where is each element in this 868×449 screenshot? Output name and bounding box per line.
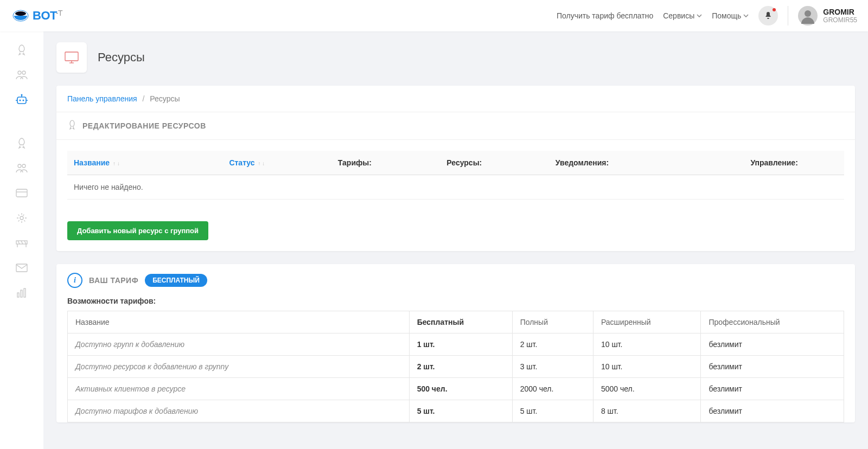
col-status[interactable]: Статус↑ ↓ bbox=[222, 151, 331, 175]
svg-point-3 bbox=[18, 71, 21, 74]
bell-icon bbox=[764, 11, 773, 20]
tariff-full: 2000 чел. bbox=[512, 378, 593, 400]
tariff-full: 2 шт. bbox=[512, 333, 593, 356]
header: BOT-T Получить тариф бесплатно Сервисы П… bbox=[0, 0, 868, 31]
nav-help-label: Помощь bbox=[712, 11, 741, 20]
nav-services[interactable]: Сервисы bbox=[663, 11, 702, 20]
svg-point-12 bbox=[18, 164, 21, 168]
tcol-name: Название bbox=[68, 311, 410, 333]
tariff-card: i ВАШ ТАРИФ БЕСПЛАТНЫЙ Возможности тариф… bbox=[56, 264, 855, 422]
chevron-down-icon bbox=[697, 14, 702, 17]
tariff-label: Доступно ресурсов к добавлению в группу bbox=[68, 356, 410, 378]
sidebar-item-users-2[interactable] bbox=[14, 161, 29, 176]
breadcrumb-root[interactable]: Панель управления bbox=[67, 94, 137, 103]
tariff-pro: безлимит bbox=[701, 378, 844, 400]
col-tariffs: Тарифы: bbox=[331, 151, 440, 175]
tariff-ext: 10 шт. bbox=[593, 356, 701, 378]
nav-get-tariff[interactable]: Получить тариф бесплатно bbox=[557, 11, 653, 20]
tariff-free: 500 чел. bbox=[409, 378, 512, 400]
svg-point-16 bbox=[20, 216, 23, 220]
nav-help[interactable]: Помощь bbox=[712, 11, 749, 20]
sidebar-item-settings[interactable] bbox=[14, 210, 29, 226]
svg-rect-23 bbox=[24, 288, 25, 297]
tariff-full: 5 шт. bbox=[512, 400, 593, 422]
svg-rect-20 bbox=[16, 264, 27, 272]
svg-point-7 bbox=[23, 100, 24, 101]
tariff-header: i ВАШ ТАРИФ БЕСПЛАТНЫЙ bbox=[56, 264, 855, 297]
sidebar-item-stats[interactable] bbox=[14, 285, 29, 300]
svg-rect-21 bbox=[17, 293, 19, 297]
edit-resources-card: Панель управления / Ресурсы РЕДАКТИРОВАН… bbox=[56, 86, 855, 251]
user-info: GROMIR GROMIR55 bbox=[823, 8, 857, 24]
svg-rect-14 bbox=[16, 189, 27, 197]
col-notifications: Уведомления: bbox=[549, 151, 704, 175]
avatar bbox=[798, 6, 818, 25]
sidebar-item-card[interactable] bbox=[14, 185, 29, 201]
table-row-empty: Ничего не найдено. bbox=[67, 175, 844, 200]
tcol-pro: Профессиональный bbox=[701, 311, 844, 333]
card-header: РЕДАКТИРОВАНИЕ РЕСУРСОВ bbox=[56, 112, 855, 140]
add-resource-button[interactable]: Добавить новый ресурс с группой bbox=[67, 221, 208, 240]
info-icon: i bbox=[67, 273, 82, 288]
tariff-free: 2 шт. bbox=[409, 356, 512, 378]
user-sub: GROMIR55 bbox=[823, 16, 857, 24]
svg-point-9 bbox=[21, 94, 23, 96]
svg-rect-5 bbox=[17, 97, 26, 104]
content: Ресурсы Панель управления / Ресурсы РЕДА… bbox=[43, 31, 868, 449]
avatar-icon bbox=[800, 8, 816, 24]
svg-rect-22 bbox=[21, 290, 22, 297]
tariff-row: Доступно групп к добавлению1 шт.2 шт.10 … bbox=[68, 333, 844, 356]
tariff-pro: безлимит bbox=[701, 400, 844, 422]
sidebar-item-barrier[interactable] bbox=[14, 235, 29, 251]
svg-point-1 bbox=[15, 11, 26, 16]
col-name[interactable]: Название↑ ↓ bbox=[67, 151, 222, 175]
tcol-free: Бесплатный bbox=[409, 311, 512, 333]
tcol-full: Полный bbox=[512, 311, 593, 333]
tariff-free: 1 шт. bbox=[409, 333, 512, 356]
notifications-button[interactable] bbox=[758, 6, 778, 25]
svg-point-2 bbox=[805, 10, 811, 17]
tariff-row: Доступно ресурсов к добавлению в группу2… bbox=[68, 356, 844, 378]
svg-point-4 bbox=[22, 71, 25, 74]
tariff-badge: БЕСПЛАТНЫЙ bbox=[145, 274, 207, 287]
logo-icon bbox=[11, 9, 30, 22]
sidebar-item-rocket[interactable] bbox=[14, 42, 29, 57]
sidebar-item-mail[interactable] bbox=[14, 260, 29, 275]
col-manage: Управление: bbox=[704, 151, 844, 175]
breadcrumb-current: Ресурсы bbox=[150, 94, 180, 103]
chevron-down-icon bbox=[743, 14, 749, 17]
notification-dot bbox=[773, 8, 776, 11]
logo[interactable]: BOT-T bbox=[11, 9, 62, 23]
page-title-icon bbox=[56, 42, 87, 73]
user-menu[interactable]: GROMIR GROMIR55 bbox=[798, 6, 857, 25]
tariff-free: 5 шт. bbox=[409, 400, 512, 422]
tariff-row: Доступно тарифов к добавлению5 шт.5 шт.8… bbox=[68, 400, 844, 422]
sidebar bbox=[0, 31, 43, 449]
sidebar-item-users[interactable] bbox=[14, 67, 29, 82]
resources-table: Название↑ ↓ Статус↑ ↓ Тарифы: Ресурсы: У… bbox=[67, 151, 844, 200]
tariff-pro: безлимит bbox=[701, 356, 844, 378]
page-title: Ресурсы bbox=[98, 50, 145, 65]
breadcrumb: Панель управления / Ресурсы bbox=[56, 86, 855, 112]
tcol-ext: Расширенный bbox=[593, 311, 701, 333]
tariff-table: Название Бесплатный Полный Расширенный П… bbox=[67, 311, 844, 422]
tariff-title: ВАШ ТАРИФ bbox=[89, 276, 138, 285]
tariff-pro: безлимит bbox=[701, 333, 844, 356]
tariff-label: Доступно групп к добавлению bbox=[68, 333, 410, 356]
tariff-ext: 8 шт. bbox=[593, 400, 701, 422]
nav-services-label: Сервисы bbox=[663, 11, 694, 20]
tariff-subtitle: Возможности тарифов: bbox=[56, 297, 855, 311]
card-title: РЕДАКТИРОВАНИЕ РЕСУРСОВ bbox=[82, 121, 206, 130]
tariff-label: Активных клиентов в ресурсе bbox=[68, 378, 410, 400]
sidebar-item-bot[interactable] bbox=[14, 92, 29, 107]
svg-point-13 bbox=[22, 164, 25, 168]
tariff-row: Активных клиентов в ресурсе500 чел.2000 … bbox=[68, 378, 844, 400]
rocket-icon bbox=[67, 120, 77, 132]
divider bbox=[788, 6, 788, 25]
empty-cell: Ничего не найдено. bbox=[67, 175, 844, 200]
tariff-label: Доступно тарифов к добавлению bbox=[68, 400, 410, 422]
tariff-full: 3 шт. bbox=[512, 356, 593, 378]
col-resources: Ресурсы: bbox=[440, 151, 548, 175]
sidebar-item-rocket-2[interactable] bbox=[14, 136, 29, 151]
monitor-icon bbox=[64, 51, 79, 64]
